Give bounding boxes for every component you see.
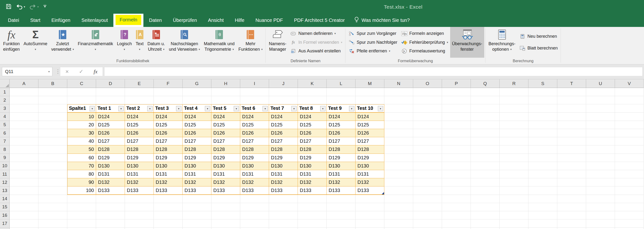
- cell-v2[interactable]: [615, 96, 644, 104]
- cell-c10[interactable]: 70: [67, 162, 96, 170]
- cell-r3[interactable]: [500, 104, 528, 112]
- cell-r8[interactable]: [500, 146, 528, 154]
- cell-d13[interactable]: D133: [96, 186, 125, 195]
- cell-h16[interactable]: [212, 211, 240, 220]
- cell-t11[interactable]: [557, 170, 586, 178]
- cell-p16[interactable]: [442, 211, 471, 220]
- cell-f18[interactable]: [154, 228, 182, 229]
- cell-n3[interactable]: [384, 104, 413, 112]
- cell-m12[interactable]: D132: [356, 178, 384, 186]
- cell-o10[interactable]: [413, 162, 442, 170]
- cell-p10[interactable]: [442, 162, 471, 170]
- cell-r9[interactable]: [500, 154, 528, 162]
- cell-d2[interactable]: [96, 96, 125, 104]
- cell-q10[interactable]: [471, 162, 500, 170]
- cell-c8[interactable]: 50: [67, 146, 96, 154]
- cell-n8[interactable]: [384, 146, 413, 154]
- cell-d16[interactable]: [96, 211, 125, 220]
- cell-k17[interactable]: [298, 220, 327, 228]
- cell-p1[interactable]: [442, 88, 471, 96]
- cell-q17[interactable]: [471, 220, 500, 228]
- cell-k2[interactable]: [298, 96, 327, 104]
- cell-l7[interactable]: D127: [327, 137, 356, 146]
- cell-q15[interactable]: [471, 203, 500, 211]
- column-header-g[interactable]: G: [182, 79, 212, 88]
- cell-m9[interactable]: D129: [356, 154, 384, 162]
- row-header-11[interactable]: 11: [0, 170, 10, 178]
- cell-h9[interactable]: D129: [212, 154, 240, 162]
- cell-n7[interactable]: [384, 137, 413, 146]
- cell-b12[interactable]: [38, 178, 67, 186]
- cell-q16[interactable]: [471, 211, 500, 220]
- cell-v16[interactable]: [615, 211, 644, 220]
- cell-f8[interactable]: D128: [154, 146, 182, 154]
- cell-v17[interactable]: [615, 220, 644, 228]
- cell-m7[interactable]: D127: [356, 137, 384, 146]
- cell-e18[interactable]: [125, 228, 154, 229]
- column-header-m[interactable]: M: [356, 79, 384, 88]
- cell-g17[interactable]: [182, 220, 212, 228]
- cell-j16[interactable]: [269, 211, 298, 220]
- cell-p13[interactable]: [442, 186, 471, 195]
- cell-m8[interactable]: D128: [356, 146, 384, 154]
- cell-a5[interactable]: [10, 121, 38, 129]
- cell-v14[interactable]: [615, 195, 644, 203]
- cell-h3[interactable]: Test 5▾: [212, 104, 240, 112]
- row-header-1[interactable]: 1: [0, 88, 10, 96]
- cell-e3[interactable]: Test 2▾: [125, 104, 154, 112]
- cell-o11[interactable]: [413, 170, 442, 178]
- cell-r7[interactable]: [500, 137, 528, 146]
- cell-f17[interactable]: [154, 220, 182, 228]
- cell-q6[interactable]: [471, 129, 500, 137]
- cell-q12[interactable]: [471, 178, 500, 186]
- cell-f14[interactable]: [154, 195, 182, 203]
- cell-k9[interactable]: D129: [298, 154, 327, 162]
- cell-h4[interactable]: D124: [212, 113, 240, 121]
- cell-c16[interactable]: [67, 211, 96, 220]
- cell-h12[interactable]: D132: [212, 178, 240, 186]
- cell-r13[interactable]: [500, 186, 528, 195]
- cell-u6[interactable]: [586, 129, 615, 137]
- cell-u7[interactable]: [586, 137, 615, 146]
- cell-j18[interactable]: [269, 228, 298, 229]
- cell-c7[interactable]: 40: [67, 137, 96, 146]
- cell-b9[interactable]: [38, 154, 67, 162]
- cell-o12[interactable]: [413, 178, 442, 186]
- cell-k4[interactable]: D124: [298, 113, 327, 121]
- cell-i1[interactable]: [240, 88, 269, 96]
- cell-o1[interactable]: [413, 88, 442, 96]
- cell-l10[interactable]: D130: [327, 162, 356, 170]
- cell-i9[interactable]: D129: [240, 154, 269, 162]
- cell-s14[interactable]: [528, 195, 557, 203]
- cell-e14[interactable]: [125, 195, 154, 203]
- cell-t2[interactable]: [557, 96, 586, 104]
- cell-f11[interactable]: D131: [154, 170, 182, 178]
- cell-i4[interactable]: D124: [240, 113, 269, 121]
- customize-quick-access-toolbar-button[interactable]: [42, 4, 48, 10]
- column-header-d[interactable]: D: [96, 79, 125, 88]
- cell-u14[interactable]: [586, 195, 615, 203]
- cell-p15[interactable]: [442, 203, 471, 211]
- cell-o15[interactable]: [413, 203, 442, 211]
- cell-t1[interactable]: [557, 88, 586, 96]
- cell-k5[interactable]: D125: [298, 121, 327, 129]
- cell-q4[interactable]: [471, 113, 500, 121]
- cell-u4[interactable]: [586, 113, 615, 121]
- cell-b16[interactable]: [38, 211, 67, 220]
- cell-p5[interactable]: [442, 121, 471, 129]
- cell-s6[interactable]: [528, 129, 557, 137]
- tab-einfügen[interactable]: Einfügen: [46, 14, 76, 27]
- cell-d18[interactable]: [96, 228, 125, 229]
- cell-s16[interactable]: [528, 211, 557, 220]
- enter-icon[interactable]: ✓: [79, 68, 83, 75]
- cell-l12[interactable]: D132: [327, 178, 356, 186]
- cell-a6[interactable]: [10, 129, 38, 137]
- column-header-q[interactable]: Q: [471, 79, 500, 88]
- cell-t12[interactable]: [557, 178, 586, 186]
- cell-j2[interactable]: [269, 96, 298, 104]
- cell-i16[interactable]: [240, 211, 269, 220]
- cell-n4[interactable]: [384, 113, 413, 121]
- cell-b13[interactable]: [38, 186, 67, 195]
- cell-d7[interactable]: D127: [96, 137, 125, 146]
- cell-m4[interactable]: D124: [356, 113, 384, 121]
